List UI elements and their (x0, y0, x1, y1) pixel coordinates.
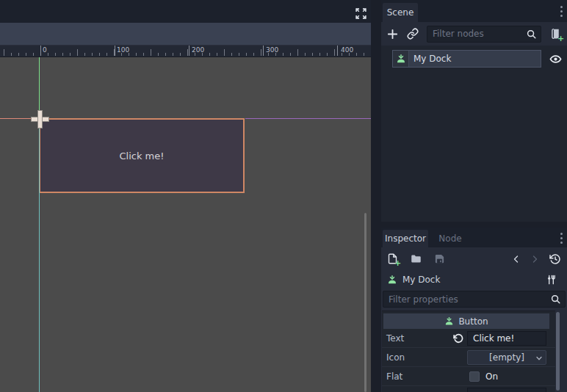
object-history-icon[interactable] (549, 253, 561, 265)
ruler-ticks-major (40, 46, 371, 56)
property-label: Text (382, 333, 404, 344)
button-node-icon (387, 275, 397, 285)
next-property-field-partial (467, 388, 546, 392)
inspector-tabbar: Inspector Node (381, 228, 567, 247)
viewport-toolbar (0, 23, 371, 46)
ruler-label: 100 (117, 46, 129, 54)
inspector-dock: Inspector Node + (381, 228, 567, 392)
button-node-icon (396, 54, 406, 64)
expand-icon[interactable] (355, 7, 367, 20)
ruler-label: 300 (266, 46, 278, 54)
tab-inspector-label: Inspector (385, 233, 426, 244)
visibility-eye-icon[interactable] (549, 53, 562, 65)
search-icon (526, 29, 537, 40)
button-node-icon (444, 316, 454, 326)
plus-badge-icon: + (557, 35, 564, 42)
property-row-flat: Flat On (382, 367, 555, 386)
instance-scene-link-icon[interactable] (407, 28, 419, 40)
anchor-guide-line (245, 118, 371, 119)
tab-node-label: Node (438, 233, 461, 244)
new-resource-icon[interactable]: + (387, 253, 399, 265)
category-label: Button (458, 316, 488, 327)
kebab-menu-icon[interactable] (560, 233, 563, 244)
inspector-node-name: My Dock (402, 275, 541, 285)
load-resource-folder-icon[interactable] (410, 253, 422, 264)
viewport-bound-line (39, 120, 40, 392)
kebab-menu-icon[interactable] (560, 6, 563, 17)
property-label: Icon (382, 352, 405, 363)
text-value-field[interactable] (467, 331, 546, 346)
search-icon (550, 294, 561, 305)
filter-properties-row (383, 291, 566, 308)
inspector-scrollbar[interactable] (556, 312, 560, 391)
history-forward-icon[interactable] (530, 254, 539, 264)
filter-nodes-input[interactable] (427, 26, 541, 43)
canvas-vertical-scrollbar[interactable] (364, 213, 366, 392)
tab-scene-label: Scene (387, 7, 414, 18)
history-back-icon[interactable] (512, 254, 521, 264)
canvas-viewport: 0 100 200 300 400 Click me! (0, 0, 371, 392)
category-button[interactable]: Button (383, 313, 549, 329)
property-label: Flat (382, 371, 402, 382)
tree-icon-cell (393, 51, 409, 67)
scene-toolbar: + (381, 22, 567, 46)
canvas-button-node[interactable]: Click me! (39, 118, 245, 193)
extra-tools-icon[interactable] (546, 274, 557, 286)
canvas-button-label: Click me! (120, 150, 165, 161)
y-axis-line (39, 57, 40, 118)
tab-scene[interactable]: Scene (383, 3, 418, 22)
canvas-area[interactable]: Click me! (0, 57, 371, 392)
revert-icon[interactable] (453, 333, 463, 344)
tab-inspector[interactable]: Inspector (383, 230, 428, 247)
scene-tabbar: Scene (381, 0, 567, 22)
filter-properties-input[interactable] (383, 291, 566, 308)
scene-tree[interactable]: My Dock (381, 46, 567, 222)
plus-badge-icon: + (394, 260, 401, 266)
icon-dropdown-value: [empty] (489, 352, 524, 363)
ruler-label: 0 (43, 46, 47, 54)
add-node-icon[interactable] (386, 28, 399, 40)
ruler-label: 400 (341, 46, 353, 54)
property-row-icon: Icon [empty] (382, 348, 555, 367)
inspector-properties: Button Text Icon [empty] Flat On (382, 311, 555, 392)
chevron-down-icon (535, 355, 543, 362)
horizontal-ruler: 0 100 200 300 400 (0, 46, 371, 57)
flat-checkbox-label: On (485, 371, 498, 382)
filter-nodes-wrap (427, 26, 541, 43)
flat-checkbox[interactable] (469, 371, 480, 382)
tab-node[interactable]: Node (428, 230, 472, 247)
icon-dropdown[interactable]: [empty] (467, 350, 546, 365)
inspector-toolbar: + (381, 247, 567, 270)
filter-properties-wrap (383, 291, 566, 308)
scene-dock: Scene + (381, 0, 567, 222)
tree-row-my-dock[interactable]: My Dock (392, 50, 541, 68)
viewport-topbar (0, 0, 371, 23)
property-row-text: Text (382, 329, 555, 348)
save-resource-icon[interactable] (434, 253, 445, 264)
ruler-label: 200 (192, 46, 204, 54)
origin-crosshair[interactable] (31, 110, 48, 127)
inspector-node-row: My Dock (381, 270, 567, 289)
attach-script-icon[interactable]: + (549, 27, 562, 40)
tree-node-name: My Dock (409, 54, 451, 64)
